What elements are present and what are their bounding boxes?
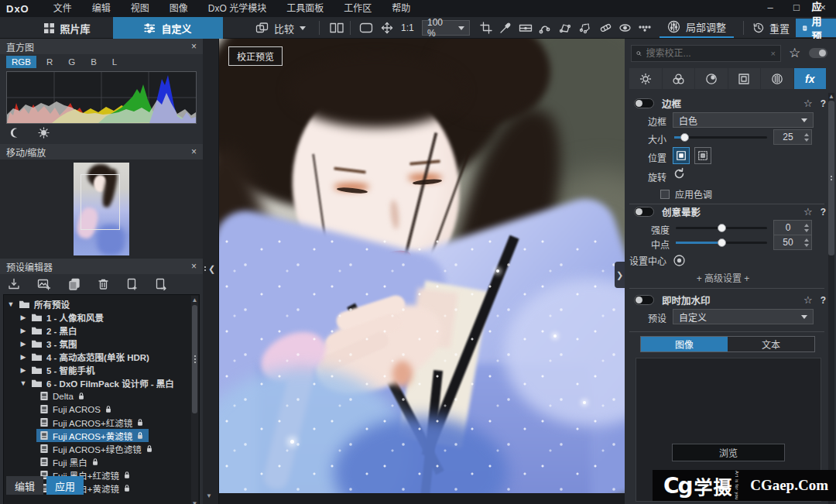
channel-b[interactable]: B [85, 56, 102, 68]
tree-expand-icon[interactable]: ▶ [19, 314, 27, 321]
active-corrections-toggle[interactable] [809, 48, 827, 58]
control-point-tool-button[interactable] [539, 22, 553, 34]
tree-folder-all-presets[interactable]: ▼ 所有预设 [7, 297, 70, 310]
watermark-preset-dropdown[interactable]: 自定义 [673, 309, 814, 324]
navigator-thumbnail[interactable] [74, 163, 129, 255]
vignette-favorite-star-icon[interactable]: ☆ [803, 206, 813, 218]
preset-item-fuji-acros-yellow-selected[interactable]: Fuji ACROS+黄滤镜 [36, 429, 149, 442]
vignette-midpoint-slider[interactable] [676, 242, 767, 244]
tree-expand-icon[interactable]: ▶ [19, 353, 27, 361]
tree-expand-icon[interactable]: ▶ [19, 366, 27, 374]
tree-folder-bw[interactable]: ▶ 2 - 黑白 [19, 324, 77, 337]
compare-button[interactable]: 比较 [255, 17, 306, 39]
channel-g[interactable]: G [63, 56, 81, 68]
vignette-strength-spinbox[interactable]: 0 [773, 220, 812, 235]
apply-button[interactable]: 应用 [46, 476, 84, 495]
tree-expand-icon[interactable]: ▼ [7, 300, 15, 308]
channel-r[interactable]: R [41, 56, 58, 68]
preset-item-fuji-acros-green[interactable]: Fuji ACROS+绿色滤镜 [39, 442, 153, 455]
tab-photo-library[interactable]: 照片库 [22, 17, 113, 39]
image-viewer[interactable]: 校正预览 ❯ [219, 39, 625, 493]
tab-geometry[interactable] [728, 68, 761, 89]
red-eye-tool-button[interactable] [618, 22, 632, 34]
menu-edit[interactable]: 编辑 [82, 0, 121, 17]
local-adjustments-button[interactable]: 局部调整 [660, 17, 734, 38]
scroll-down-arrow[interactable]: ▼ [191, 500, 198, 504]
horizon-tool-button[interactable] [519, 22, 533, 34]
watermark-favorite-star-icon[interactable]: ☆ [803, 294, 813, 306]
move-zoom-close-icon[interactable]: × [191, 146, 197, 157]
minimize-button[interactable]: – [757, 0, 783, 17]
search-corrections-box[interactable]: × [631, 45, 781, 62]
preset-item-fuji-acros[interactable]: Fuji ACROS [39, 403, 112, 416]
vignette-strength-slider[interactable] [676, 227, 767, 229]
pan-tool-button[interactable] [381, 22, 395, 34]
vignette-advanced-settings-link[interactable]: + 高级设置 + [625, 271, 821, 284]
tree-folder-hdr[interactable]: ▶ 4 - 高动态范围(单张 HDR) [19, 350, 149, 363]
watermark-text-tab[interactable]: 文本 [728, 337, 814, 351]
vignette-enable-toggle[interactable] [634, 207, 654, 217]
border-help-icon[interactable]: ? [821, 98, 826, 109]
border-position-inside-button[interactable] [673, 147, 690, 164]
one-to-one-button[interactable]: 1:1 [401, 22, 414, 33]
tab-customize[interactable]: 自定义 [113, 17, 223, 39]
histogram-close-icon[interactable]: × [191, 41, 197, 52]
collapse-right-panel-handle[interactable]: ❯ [615, 262, 625, 288]
highlight-clipping-sun-icon[interactable] [38, 127, 50, 139]
border-favorite-star-icon[interactable]: ☆ [803, 98, 813, 109]
collapse-left-panel-handle[interactable]: ❮ [204, 255, 217, 282]
maximize-button[interactable]: □ [783, 0, 810, 17]
watermark-help-icon[interactable]: ? [821, 295, 826, 306]
border-frame-dropdown[interactable]: 白色 [673, 112, 814, 128]
edit-button[interactable]: 编辑 [6, 476, 43, 495]
left-gutter-scroll-down[interactable]: ▼ [206, 492, 212, 499]
right-scroll-up-arrow[interactable]: ▲ [828, 93, 834, 100]
menu-tool-panels[interactable]: 工具面板 [276, 0, 334, 17]
shadow-clipping-moon-icon[interactable] [9, 127, 21, 139]
split-view-button[interactable] [330, 22, 344, 34]
delete-preset-icon[interactable] [98, 278, 109, 290]
import-preset-icon[interactable] [8, 278, 20, 290]
scroll-up-arrow[interactable]: ▲ [191, 297, 198, 303]
fit-screen-button[interactable] [359, 22, 373, 34]
tree-expand-icon[interactable]: ▼ [19, 379, 27, 387]
rename-preset-icon[interactable] [126, 278, 138, 290]
control-line-tool-button[interactable] [559, 22, 573, 34]
watermark-enable-toggle[interactable] [634, 295, 654, 305]
preset-tree-scrollbar[interactable]: ▲ ▼ [191, 296, 198, 504]
auto-mask-tool-button[interactable] [579, 22, 593, 34]
tab-fx[interactable]: fx [794, 68, 827, 89]
export-preset-icon[interactable] [155, 278, 166, 290]
set-center-target-icon[interactable] [673, 254, 686, 267]
tree-folder-filmpack-bw[interactable]: ▼ 6 - DxO FilmPack 设计师 - 黑白 [19, 376, 174, 389]
menu-optics-modules[interactable]: DxO 光学模块 [198, 0, 276, 17]
crop-tool-button[interactable] [480, 22, 494, 34]
menu-workspace[interactable]: 工作区 [334, 0, 382, 17]
reset-button[interactable]: 重置 [752, 17, 790, 39]
border-size-slider[interactable] [674, 136, 767, 139]
preset-item-delta[interactable]: Delta [39, 389, 85, 403]
menu-image[interactable]: 图像 [159, 0, 198, 17]
menu-help[interactable]: 帮助 [382, 0, 420, 17]
tab-light[interactable] [629, 68, 662, 89]
border-position-outside-button[interactable] [694, 147, 711, 164]
watermark-image-tab[interactable]: 图像 [641, 337, 728, 351]
tab-color[interactable] [663, 68, 695, 89]
tree-expand-icon[interactable]: ▶ [19, 340, 27, 348]
tree-folder-atmosphere[interactable]: ▶ 3 - 氛围 [19, 337, 77, 350]
navigator-viewport-rect[interactable] [81, 174, 120, 230]
browse-button[interactable]: 浏览 [672, 444, 785, 461]
tree-expand-icon[interactable]: ▶ [19, 327, 27, 334]
create-preset-from-image-icon[interactable] [37, 278, 51, 290]
right-panel-scrollbar[interactable]: ▲ [828, 93, 834, 504]
menu-file[interactable]: 文件 [43, 0, 82, 17]
channel-rgb[interactable]: RGB [6, 56, 36, 68]
apply-preset-button[interactable]: 应用预设 [796, 19, 836, 37]
border-enable-toggle[interactable] [634, 98, 654, 108]
tree-folder-smartphone[interactable]: ▶ 5 - 智能手机 [19, 363, 95, 376]
preset-item-fuji-acros-red[interactable]: Fuji ACROS+红滤镜 [39, 416, 144, 429]
vignette-midpoint-spinbox[interactable]: 50 [773, 235, 812, 250]
apply-tone-checkbox[interactable] [660, 190, 670, 199]
color-picker-tool-button[interactable] [499, 22, 513, 34]
tree-folder-portrait-landscape[interactable]: ▶ 1 - 人像和风景 [19, 310, 104, 324]
